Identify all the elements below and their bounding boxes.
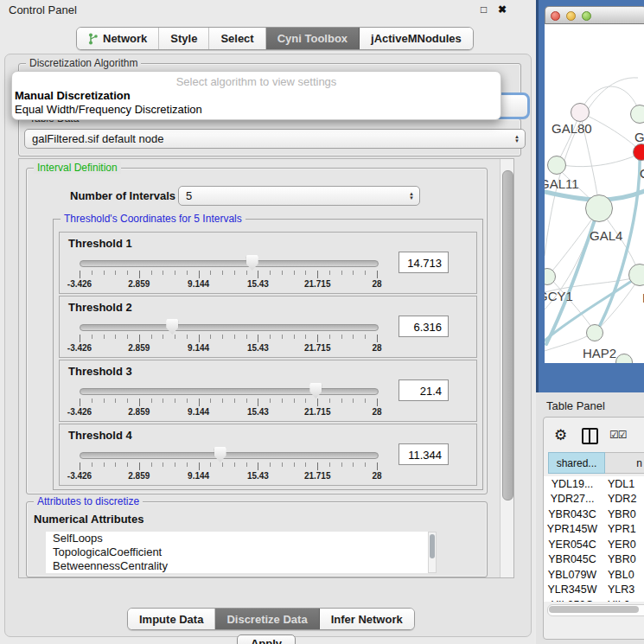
group-label: Interval Definition xyxy=(34,162,121,174)
threshold-label: Threshold 3 xyxy=(68,365,132,378)
slider-track[interactable] xyxy=(80,388,379,395)
tab-jactivemnodules[interactable]: jActiveMNodules xyxy=(360,28,473,49)
tick-label: 28 xyxy=(372,279,381,289)
tick-label: 9.144 xyxy=(188,343,209,353)
slider-thumb[interactable] xyxy=(214,447,226,462)
node-table: ⚙ ☑☑ shared... n YDL19...YDL1YDR27...YDR… xyxy=(543,417,644,640)
threshold-3-value-field[interactable]: 21.4 xyxy=(399,379,449,401)
slider-track[interactable] xyxy=(80,324,379,331)
tick-label: 9.144 xyxy=(188,279,209,289)
stepper-arrows-icon: ▲▼ xyxy=(409,187,414,205)
threshold-label: Threshold 4 xyxy=(68,429,132,442)
table-row[interactable]: YDL19...YDL1 xyxy=(544,476,644,492)
tab-discretize-data[interactable]: Discretize Data xyxy=(215,609,319,629)
minimize-traffic-light[interactable] xyxy=(566,11,576,21)
tab-network[interactable]: Network xyxy=(77,28,159,49)
thresholds-coordinates-group: Threshold's Coordinates for 5 Intervals … xyxy=(53,219,483,490)
number-of-intervals-label: Number of Intervals xyxy=(70,189,175,202)
control-panel: Control Panel □ ✖ Network Style Select C… xyxy=(0,0,534,644)
option-manual-discretization[interactable]: Manual Discretization xyxy=(15,89,131,102)
table-row[interactable]: YIL052CYIL0 xyxy=(544,597,644,602)
gear-icon[interactable]: ⚙ xyxy=(554,426,567,444)
tab-select[interactable]: Select xyxy=(209,28,265,49)
network-canvas[interactable]: GAL80G.CGAL11GAL4GCY1HHAP2 xyxy=(545,24,644,363)
table-cell: YBR0 xyxy=(601,508,636,520)
apply-button[interactable]: Apply xyxy=(237,634,296,644)
table-cell: YIL052C xyxy=(544,599,601,602)
slider-tick-labels: -3.426 2.859 9.144 15.43 21.715 28 xyxy=(80,343,377,354)
threshold-2-slider[interactable]: -3.426 2.859 9.144 15.43 21.715 28 xyxy=(79,317,378,354)
network-node[interactable] xyxy=(571,103,590,122)
float-window-icon[interactable]: □ xyxy=(481,3,487,16)
threshold-2-value-field[interactable]: 6.316 xyxy=(399,316,449,337)
table-data-combo[interactable]: galFiltered.sif default node ▲▼ xyxy=(24,129,526,149)
checkbox-icons[interactable]: ☑☑ xyxy=(609,429,627,441)
interval-definition-group: Interval Definition Number of Intervals … xyxy=(26,168,488,494)
column-header-name[interactable]: n xyxy=(605,452,644,474)
tab-style[interactable]: Style xyxy=(159,28,209,49)
threshold-1-value-field[interactable]: 14.713 xyxy=(399,252,449,273)
slider-track[interactable] xyxy=(80,452,379,459)
tab-impute-data[interactable]: Impute Data xyxy=(128,609,215,629)
bottom-tab-bar: Impute Data Discretize Data Infer Networ… xyxy=(127,608,415,630)
tick-label: 9.144 xyxy=(188,471,209,481)
tab-label: jActiveMNodules xyxy=(371,32,462,45)
table-cell: YBR0 xyxy=(601,553,636,565)
option-equal-width-frequency[interactable]: Equal Width/Frequency Discretization xyxy=(15,103,202,116)
scrollbar-thumb[interactable] xyxy=(502,170,513,501)
attributes-scrollbar[interactable] xyxy=(428,532,437,573)
node-label: HAP2 xyxy=(583,346,616,360)
threshold-3-slider[interactable]: -3.426 2.859 9.144 15.43 21.715 28 xyxy=(79,381,378,418)
table-row[interactable]: YDR27...YDR2 xyxy=(544,492,644,507)
number-of-intervals-combo[interactable]: 5 ▲▼ xyxy=(178,186,420,206)
tick-label: 21.715 xyxy=(304,279,331,289)
network-node[interactable] xyxy=(585,194,613,222)
zoom-traffic-light[interactable] xyxy=(582,11,591,21)
column-layout-icon[interactable] xyxy=(582,428,598,444)
slider-tick-labels: -3.426 2.859 9.144 15.43 21.715 28 xyxy=(80,407,377,418)
close-panel-icon[interactable]: ✖ xyxy=(498,3,507,16)
network-view-window: GAL80G.CGAL11GAL4GCY1HHAP2 xyxy=(536,0,644,392)
table-row[interactable]: YPR145WYPR1 xyxy=(544,522,644,538)
slider-thumb[interactable] xyxy=(246,255,258,271)
list-item[interactable]: BetweennessCentrality xyxy=(46,559,428,573)
table-row[interactable]: YBL079WYBL0 xyxy=(544,567,644,583)
slider-thumb[interactable] xyxy=(166,319,178,335)
threshold-2-panel: Threshold 2 -3.426 2.859 9.144 xyxy=(59,296,477,358)
network-node[interactable] xyxy=(547,156,566,175)
table-horizontal-scrollbar[interactable] xyxy=(547,604,644,616)
tick-label: 2.859 xyxy=(128,471,150,481)
tick-label: -3.426 xyxy=(67,471,92,481)
scrollbar-thumb[interactable] xyxy=(549,606,639,613)
app-root: Control Panel □ ✖ Network Style Select C… xyxy=(0,0,644,644)
network-window-titlebar[interactable] xyxy=(545,6,644,24)
table-cell: YDL1 xyxy=(601,478,634,490)
threshold-4-value-field[interactable]: 11.344 xyxy=(399,443,449,465)
scrollbar-thumb[interactable] xyxy=(430,534,435,558)
slider-major-ticks xyxy=(80,335,378,342)
table-panel-title: Table Panel xyxy=(546,399,605,412)
tab-cyni-toolbox[interactable]: Cyni Toolbox xyxy=(266,28,360,49)
slider-track[interactable] xyxy=(80,260,379,267)
tab-infer-network[interactable]: Infer Network xyxy=(320,609,414,629)
tick-label: -3.426 xyxy=(67,407,92,417)
list-item[interactable]: SelfLoops xyxy=(46,532,428,545)
settings-vertical-scrollbar[interactable] xyxy=(500,159,513,577)
close-traffic-light[interactable] xyxy=(551,11,560,21)
slider-thumb[interactable] xyxy=(309,383,322,399)
table-panel: Table Panel ⚙ ☑☑ shared... n YDL19...YDL… xyxy=(536,392,644,644)
network-node[interactable] xyxy=(630,105,644,124)
network-node[interactable] xyxy=(633,143,644,161)
slider-major-ticks xyxy=(80,271,378,278)
table-row[interactable]: YER054CYER0 xyxy=(544,537,644,552)
table-row[interactable]: YBR045CYBR0 xyxy=(544,552,644,568)
tab-label: Discretize Data xyxy=(226,613,307,626)
threshold-1-slider[interactable]: -3.426 2.859 9.144 15.43 21.715 28 xyxy=(79,253,378,290)
network-node[interactable] xyxy=(586,324,603,341)
table-row[interactable]: YBR043CYBR0 xyxy=(544,507,644,522)
list-item[interactable]: TopologicalCoefficient xyxy=(46,545,428,559)
table-row[interactable]: YLR345WYLR3 xyxy=(544,583,644,598)
tick-label: 2.859 xyxy=(128,407,150,417)
column-header-shared[interactable]: shared... xyxy=(548,452,605,474)
threshold-4-slider[interactable]: -3.426 2.859 9.144 15.43 21.715 28 xyxy=(79,445,378,481)
